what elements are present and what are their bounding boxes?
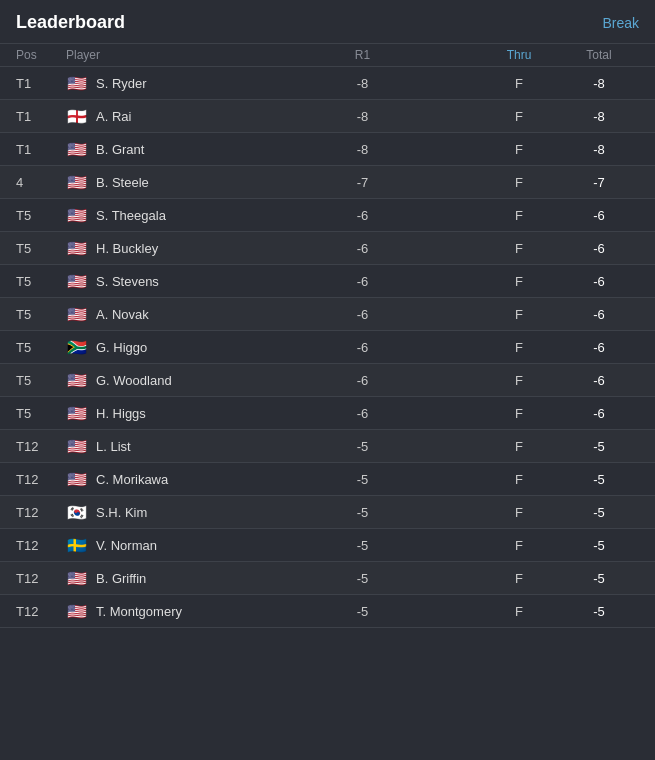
row-pos: T12 <box>16 439 66 454</box>
row-pos: T5 <box>16 340 66 355</box>
player-name: V. Norman <box>96 538 157 553</box>
table-row: T5 🇺🇸 S. Stevens -6 F -6 <box>0 265 655 298</box>
row-pos: T5 <box>16 406 66 421</box>
table-row: T5 🇺🇸 S. Theegala -6 F -6 <box>0 199 655 232</box>
row-pos: T5 <box>16 373 66 388</box>
row-total: -6 <box>559 406 639 421</box>
break-button[interactable]: Break <box>602 15 639 31</box>
table-body: T1 🇺🇸 S. Ryder -8 F -8 T1 🏴󠁧󠁢󠁥󠁮󠁧󠁿 A. Rai… <box>0 67 655 628</box>
row-r1: -6 <box>246 208 479 223</box>
flag-icon: 🇺🇸 <box>66 240 88 256</box>
row-thru: F <box>479 505 559 520</box>
row-player: 🏴󠁧󠁢󠁥󠁮󠁧󠁿 A. Rai <box>66 108 246 124</box>
row-thru: F <box>479 142 559 157</box>
row-r1: -5 <box>246 439 479 454</box>
player-name: S. Theegala <box>96 208 166 223</box>
row-r1: -6 <box>246 340 479 355</box>
flag-icon: 🇿🇦 <box>66 339 88 355</box>
table-row: T12 🇰🇷 S.H. Kim -5 F -5 <box>0 496 655 529</box>
player-name: B. Griffin <box>96 571 146 586</box>
row-total: -5 <box>559 538 639 553</box>
row-r1: -6 <box>246 307 479 322</box>
row-pos: 4 <box>16 175 66 190</box>
row-r1: -8 <box>246 142 479 157</box>
player-name: H. Buckley <box>96 241 158 256</box>
row-total: -5 <box>559 571 639 586</box>
leaderboard-container: Leaderboard Break Pos Player R1 Thru Tot… <box>0 0 655 628</box>
row-thru: F <box>479 472 559 487</box>
table-row: T5 🇿🇦 G. Higgo -6 F -6 <box>0 331 655 364</box>
flag-icon: 🇺🇸 <box>66 273 88 289</box>
row-player: 🇺🇸 B. Grant <box>66 141 246 157</box>
row-pos: T1 <box>16 109 66 124</box>
row-player: 🇺🇸 G. Woodland <box>66 372 246 388</box>
leaderboard-header: Leaderboard Break <box>0 0 655 43</box>
row-pos: T5 <box>16 241 66 256</box>
row-thru: F <box>479 439 559 454</box>
row-thru: F <box>479 208 559 223</box>
row-thru: F <box>479 571 559 586</box>
row-player: 🇺🇸 S. Stevens <box>66 273 246 289</box>
row-pos: T5 <box>16 208 66 223</box>
row-total: -6 <box>559 208 639 223</box>
player-name: G. Higgo <box>96 340 147 355</box>
row-pos: T1 <box>16 142 66 157</box>
flag-icon: 🇺🇸 <box>66 438 88 454</box>
row-thru: F <box>479 604 559 619</box>
row-player: 🇺🇸 L. List <box>66 438 246 454</box>
row-pos: T12 <box>16 571 66 586</box>
table-row: T5 🇺🇸 H. Higgs -6 F -6 <box>0 397 655 430</box>
player-name: C. Morikawa <box>96 472 168 487</box>
row-total: -8 <box>559 142 639 157</box>
table-row: T5 🇺🇸 H. Buckley -6 F -6 <box>0 232 655 265</box>
leaderboard-title: Leaderboard <box>16 12 125 33</box>
row-pos: T12 <box>16 472 66 487</box>
row-total: -7 <box>559 175 639 190</box>
table-row: T12 🇺🇸 B. Griffin -5 F -5 <box>0 562 655 595</box>
row-pos: T1 <box>16 76 66 91</box>
row-player: 🇺🇸 H. Higgs <box>66 405 246 421</box>
row-pos: T12 <box>16 538 66 553</box>
player-name: B. Steele <box>96 175 149 190</box>
player-name: S.H. Kim <box>96 505 147 520</box>
row-total: -8 <box>559 76 639 91</box>
table-row: T1 🇺🇸 S. Ryder -8 F -8 <box>0 67 655 100</box>
row-player: 🇺🇸 T. Montgomery <box>66 603 246 619</box>
row-total: -6 <box>559 373 639 388</box>
row-r1: -8 <box>246 109 479 124</box>
header-total: Total <box>559 48 639 62</box>
header-r1: R1 <box>246 48 479 62</box>
row-total: -5 <box>559 472 639 487</box>
table-row: T12 🇺🇸 L. List -5 F -5 <box>0 430 655 463</box>
player-name: B. Grant <box>96 142 144 157</box>
row-r1: -6 <box>246 373 479 388</box>
row-thru: F <box>479 373 559 388</box>
flag-icon: 🇺🇸 <box>66 306 88 322</box>
row-r1: -5 <box>246 505 479 520</box>
row-pos: T5 <box>16 307 66 322</box>
table-row: T5 🇺🇸 G. Woodland -6 F -6 <box>0 364 655 397</box>
row-player: 🇺🇸 H. Buckley <box>66 240 246 256</box>
row-r1: -6 <box>246 241 479 256</box>
row-r1: -5 <box>246 538 479 553</box>
table-row: T12 🇺🇸 C. Morikawa -5 F -5 <box>0 463 655 496</box>
row-pos: T12 <box>16 505 66 520</box>
table-row: T5 🇺🇸 A. Novak -6 F -6 <box>0 298 655 331</box>
row-r1: -5 <box>246 604 479 619</box>
row-thru: F <box>479 274 559 289</box>
row-total: -5 <box>559 604 639 619</box>
row-thru: F <box>479 76 559 91</box>
row-thru: F <box>479 406 559 421</box>
flag-icon: 🇰🇷 <box>66 504 88 520</box>
flag-icon: 🇺🇸 <box>66 207 88 223</box>
row-r1: -6 <box>246 406 479 421</box>
flag-icon: 🇺🇸 <box>66 603 88 619</box>
row-total: -8 <box>559 109 639 124</box>
header-pos: Pos <box>16 48 66 62</box>
player-name: G. Woodland <box>96 373 172 388</box>
row-r1: -6 <box>246 274 479 289</box>
player-name: A. Novak <box>96 307 149 322</box>
row-player: 🇺🇸 S. Ryder <box>66 75 246 91</box>
row-player: 🇺🇸 A. Novak <box>66 306 246 322</box>
flag-icon: 🏴󠁧󠁢󠁥󠁮󠁧󠁿 <box>66 108 88 124</box>
